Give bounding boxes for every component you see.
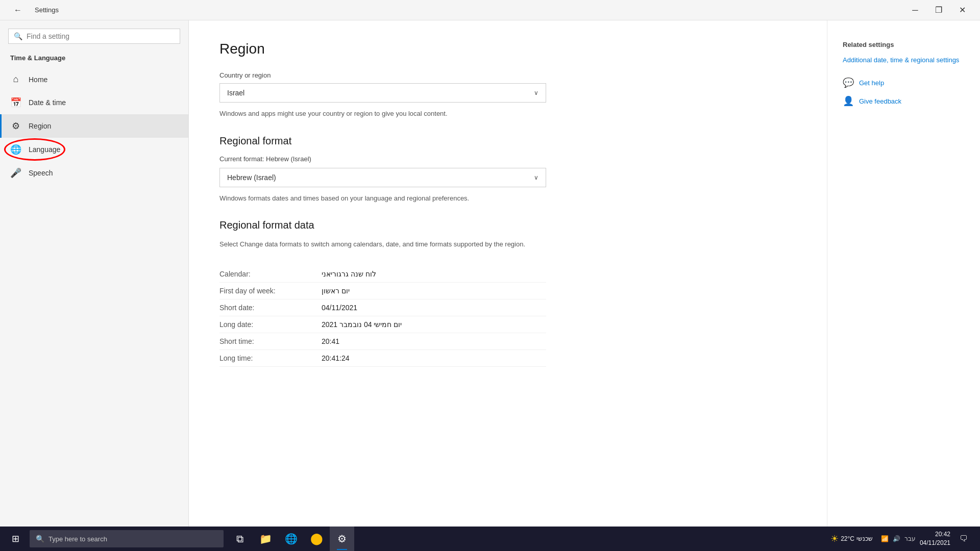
back-icon: ← <box>14 6 22 15</box>
data-row-label: Long date: <box>219 320 322 329</box>
taskbar-app-task-view[interactable]: ⧉ <box>228 527 252 551</box>
notification-button[interactable]: 🗨 <box>954 527 973 551</box>
country-info: Windows and apps might use your country … <box>219 109 546 119</box>
sidebar-item-region-label: Region <box>29 122 51 130</box>
file-explorer-icon: 📁 <box>259 533 272 545</box>
country-label: Country or region <box>219 71 796 79</box>
regional-format-heading: Regional format <box>219 135 796 147</box>
additional-date-time-link[interactable]: Additional date, time & regional setting… <box>843 56 965 65</box>
weather-icon: ☀ <box>830 533 839 544</box>
taskbar: ⊞ 🔍 Type here to search ⧉ 📁 🌐 ⬤ ⚙ ☀ 22°C… <box>0 527 980 551</box>
data-row-value: 04/11/2021 <box>322 304 357 312</box>
data-row: First day of week:יום ראשון <box>219 283 546 299</box>
minimize-button[interactable]: ─ <box>903 0 927 20</box>
speech-icon: 🎤 <box>10 167 21 179</box>
country-dropdown-arrow: ∨ <box>534 89 538 96</box>
sidebar-item-home-label: Home <box>29 76 47 84</box>
sidebar-item-language[interactable]: 🌐 Language <box>0 138 188 161</box>
country-dropdown[interactable]: Israel ∨ <box>219 83 546 103</box>
get-help-icon: 💬 <box>843 77 854 88</box>
titlebar: ← Settings ─ ❐ ✕ <box>0 0 980 20</box>
titlebar-left: ← Settings <box>6 0 59 20</box>
regional-data-heading: Regional format data <box>219 219 796 231</box>
taskbar-weather[interactable]: ☀ 22°C שכנשי <box>826 533 877 544</box>
sidebar-item-date-time[interactable]: 📅 Date & time <box>0 91 188 114</box>
back-button[interactable]: ← <box>6 0 30 20</box>
data-row: Long date:יום חמישי 04 נובמבר 2021 <box>219 316 546 333</box>
taskbar-search-text: Type here to search <box>48 535 107 543</box>
taskbar-date-value: 04/11/2021 <box>920 539 950 547</box>
volume-icon: 🔊 <box>893 535 900 542</box>
start-icon: ⊞ <box>12 533 19 544</box>
data-row-label: Long time: <box>219 354 322 362</box>
ie-icon: 🌐 <box>285 533 298 545</box>
format-value: Hebrew (Israel) <box>227 173 276 182</box>
settings-icon: ⚙ <box>337 533 347 545</box>
format-dropdown-arrow: ∨ <box>534 174 538 181</box>
taskbar-app-ie[interactable]: 🌐 <box>279 527 303 551</box>
give-feedback-link[interactable]: Give feedback <box>859 97 901 105</box>
give-feedback-action[interactable]: 👤 Give feedback <box>843 95 965 107</box>
taskbar-search[interactable]: 🔍 Type here to search <box>30 530 224 547</box>
main-area: 🔍 Time & Language ⌂ Home 📅 Date & time ⚙… <box>0 20 980 527</box>
related-settings-title: Related settings <box>843 41 965 48</box>
maximize-icon: ❐ <box>935 5 942 15</box>
give-feedback-icon: 👤 <box>843 95 854 107</box>
country-value: Israel <box>227 89 244 97</box>
regional-data-info: Select Change data formats to switch amo… <box>219 239 546 249</box>
taskbar-app-file-explorer[interactable]: 📁 <box>253 527 278 551</box>
sidebar-item-region[interactable]: ⚙ Region <box>0 114 188 138</box>
sidebar-search[interactable]: 🔍 <box>8 29 180 44</box>
sidebar-section-title: Time & Language <box>0 50 188 66</box>
taskbar-sys-icons: 📶 🔊 עבר <box>881 535 916 542</box>
lang-indicator: עבר <box>904 535 916 542</box>
minimize-icon: ─ <box>912 6 918 15</box>
network-icon: 📶 <box>881 535 889 542</box>
get-help-link[interactable]: Get help <box>859 79 884 87</box>
data-row: Calendar:לוח שנה גרגוריאני <box>219 266 546 283</box>
taskbar-app-chrome[interactable]: ⬤ <box>304 527 329 551</box>
data-row-label: Calendar: <box>219 270 322 278</box>
home-icon: ⌂ <box>10 74 21 85</box>
sidebar-item-language-label: Language <box>29 145 60 154</box>
language-icon: 🌐 <box>10 144 21 155</box>
data-row-label: Short time: <box>219 337 322 345</box>
data-row: Long time:20:41:24 <box>219 350 546 367</box>
maximize-button[interactable]: ❐ <box>927 0 950 20</box>
weather-location: שכנשי <box>856 535 873 542</box>
search-input[interactable] <box>27 32 175 40</box>
weather-temp: 22°C <box>841 535 854 542</box>
start-button[interactable]: ⊞ <box>3 527 28 551</box>
titlebar-title: Settings <box>35 6 59 14</box>
region-icon: ⚙ <box>10 120 21 132</box>
data-row-label: First day of week: <box>219 287 322 295</box>
taskbar-clock: 20:42 04/11/2021 <box>920 530 950 547</box>
titlebar-controls: ─ ❐ ✕ <box>903 0 974 20</box>
taskbar-search-icon: 🔍 <box>36 535 44 543</box>
taskbar-apps: ⧉ 📁 🌐 ⬤ ⚙ <box>228 527 354 551</box>
sidebar-item-home[interactable]: ⌂ Home <box>0 68 188 91</box>
notify-icon: 🗨 <box>960 534 968 543</box>
content-area: Region Country or region Israel ∨ Window… <box>189 20 827 527</box>
taskbar-app-settings[interactable]: ⚙ <box>330 527 354 551</box>
get-help-action[interactable]: 💬 Get help <box>843 77 965 88</box>
close-button[interactable]: ✕ <box>950 0 974 20</box>
data-row-label: Short date: <box>219 304 322 312</box>
taskbar-time-value: 20:42 <box>920 530 950 539</box>
format-dropdown[interactable]: Hebrew (Israel) ∨ <box>219 168 546 187</box>
sidebar: 🔍 Time & Language ⌂ Home 📅 Date & time ⚙… <box>0 20 189 527</box>
format-info: Windows formats dates and times based on… <box>219 193 546 204</box>
task-view-icon: ⧉ <box>236 533 243 545</box>
page-title: Region <box>219 41 796 57</box>
data-row: Short date:04/11/2021 <box>219 299 546 316</box>
chrome-icon: ⬤ <box>310 532 323 545</box>
right-panel: Related settings Additional date, time &… <box>827 20 980 527</box>
close-icon: ✕ <box>959 5 966 15</box>
sidebar-item-speech-label: Speech <box>29 169 53 177</box>
data-row-value: יום ראשון <box>322 287 350 295</box>
data-row-value: לוח שנה גרגוריאני <box>322 270 376 278</box>
sidebar-item-speech[interactable]: 🎤 Speech <box>0 161 188 185</box>
data-row-value: 20:41:24 <box>322 354 350 362</box>
sidebar-item-date-time-label: Date & time <box>29 98 66 107</box>
data-row-value: יום חמישי 04 נובמבר 2021 <box>322 320 402 329</box>
